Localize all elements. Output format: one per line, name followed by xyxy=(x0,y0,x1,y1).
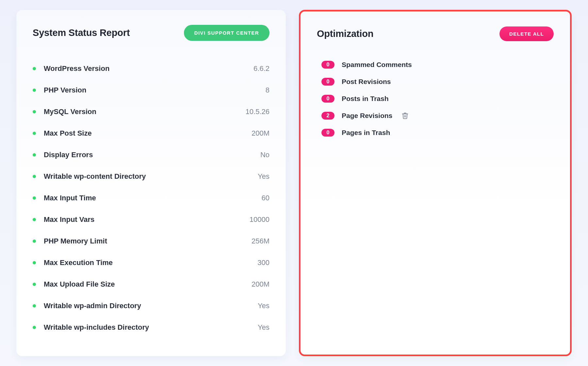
status-bullet-icon xyxy=(33,261,36,264)
status-row: MySQL Version10.5.26 xyxy=(33,104,270,120)
status-value: 10000 xyxy=(250,215,270,224)
status-label: Max Input Time xyxy=(44,194,96,202)
system-status-header: System Status Report DIVI SUPPORT CENTER xyxy=(33,25,270,41)
status-value: Yes xyxy=(258,323,270,332)
status-label: Max Upload File Size xyxy=(44,280,115,289)
optimization-row: 0Spammed Comments xyxy=(321,61,554,69)
system-status-list: WordPress Version6.6.2PHP Version8MySQL … xyxy=(33,60,270,336)
status-bullet-icon xyxy=(33,153,36,157)
status-bullet-icon xyxy=(33,67,36,70)
status-label: Max Post Size xyxy=(44,129,92,138)
optimization-label: Post Revisions xyxy=(342,78,391,86)
status-row-left: MySQL Version xyxy=(33,108,96,116)
optimization-row: 0Posts in Trash xyxy=(321,95,554,103)
optimization-list: 0Spammed Comments0Post Revisions0Posts i… xyxy=(317,61,554,137)
status-row: PHP Version8 xyxy=(33,82,270,98)
optimization-count-badge: 0 xyxy=(321,129,335,137)
status-label: PHP Memory Limit xyxy=(44,237,107,245)
status-value: Yes xyxy=(258,302,270,310)
optimization-panel: Optimization DELETE ALL 0Spammed Comment… xyxy=(299,10,572,356)
optimization-label: Spammed Comments xyxy=(342,61,412,69)
status-row: Max Input Vars10000 xyxy=(33,211,270,228)
optimization-title: Optimization xyxy=(317,28,373,39)
divi-support-center-button[interactable]: DIVI SUPPORT CENTER xyxy=(184,25,270,41)
status-label: MySQL Version xyxy=(44,108,96,116)
status-row: PHP Memory Limit256M xyxy=(33,233,270,249)
status-label: Writable wp-admin Directory xyxy=(44,302,141,310)
status-value: 300 xyxy=(257,258,270,267)
status-row-left: PHP Memory Limit xyxy=(33,237,107,245)
trash-icon[interactable] xyxy=(401,112,409,120)
status-label: Writable wp-content Directory xyxy=(44,172,146,181)
status-row: Max Input Time60 xyxy=(33,190,270,206)
status-label: PHP Version xyxy=(44,86,86,94)
status-row: Max Post Size200M xyxy=(33,125,270,141)
status-bullet-icon xyxy=(33,89,36,92)
system-status-title: System Status Report xyxy=(33,27,130,38)
status-row-left: Writable wp-content Directory xyxy=(33,172,146,181)
status-row: WordPress Version6.6.2 xyxy=(33,60,270,77)
status-bullet-icon xyxy=(33,240,36,243)
optimization-count-badge: 0 xyxy=(321,95,335,103)
status-row: Max Upload File Size200M xyxy=(33,276,270,292)
status-row-left: Max Post Size xyxy=(33,129,92,138)
status-row-left: Max Execution Time xyxy=(33,258,113,267)
optimization-label: Page Revisions xyxy=(342,112,392,120)
status-row-left: Max Upload File Size xyxy=(33,280,115,289)
optimization-label: Posts in Trash xyxy=(342,95,389,103)
status-label: Writable wp-includes Directory xyxy=(44,323,149,332)
status-row-left: Max Input Time xyxy=(33,194,96,202)
status-row-left: WordPress Version xyxy=(33,64,109,73)
status-row-left: Display Errors xyxy=(33,151,93,159)
status-label: Display Errors xyxy=(44,151,93,159)
status-row: Writable wp-content DirectoryYes xyxy=(33,168,270,185)
status-bullet-icon xyxy=(33,110,36,113)
status-bullet-icon xyxy=(33,132,36,135)
status-row: Writable wp-admin DirectoryYes xyxy=(33,298,270,314)
status-bullet-icon xyxy=(33,326,36,329)
delete-all-button[interactable]: DELETE ALL xyxy=(499,26,554,41)
status-label: Max Execution Time xyxy=(44,258,113,267)
status-value: 6.6.2 xyxy=(253,64,270,73)
status-value: 60 xyxy=(262,194,270,202)
status-row: Display ErrorsNo xyxy=(33,147,270,163)
optimization-row: 0Post Revisions xyxy=(321,78,554,86)
status-value: 256M xyxy=(252,237,270,245)
status-label: Max Input Vars xyxy=(44,215,94,224)
status-value: Yes xyxy=(258,172,270,181)
optimization-row: 2Page Revisions xyxy=(321,112,554,120)
status-value: No xyxy=(260,151,270,159)
status-value: 8 xyxy=(266,86,270,94)
status-row: Max Execution Time300 xyxy=(33,255,270,271)
system-status-panel: System Status Report DIVI SUPPORT CENTER… xyxy=(16,10,286,356)
status-label: WordPress Version xyxy=(44,64,109,73)
status-row-left: Max Input Vars xyxy=(33,215,94,224)
status-row-left: Writable wp-admin Directory xyxy=(33,302,141,310)
status-bullet-icon xyxy=(33,304,36,308)
status-value: 200M xyxy=(252,280,270,289)
status-bullet-icon xyxy=(33,196,36,200)
optimization-row: 0Pages in Trash xyxy=(321,129,554,137)
status-bullet-icon xyxy=(33,283,36,286)
optimization-count-badge: 0 xyxy=(321,61,335,69)
optimization-count-badge: 2 xyxy=(321,112,335,120)
status-row-left: Writable wp-includes Directory xyxy=(33,323,149,332)
status-bullet-icon xyxy=(33,218,36,221)
optimization-label: Pages in Trash xyxy=(342,129,390,137)
status-value: 200M xyxy=(252,129,270,138)
optimization-header: Optimization DELETE ALL xyxy=(317,26,554,41)
status-row: Writable wp-includes DirectoryYes xyxy=(33,319,270,336)
status-value: 10.5.26 xyxy=(246,108,270,116)
optimization-count-badge: 0 xyxy=(321,78,335,86)
status-row-left: PHP Version xyxy=(33,86,86,94)
status-bullet-icon xyxy=(33,175,36,178)
